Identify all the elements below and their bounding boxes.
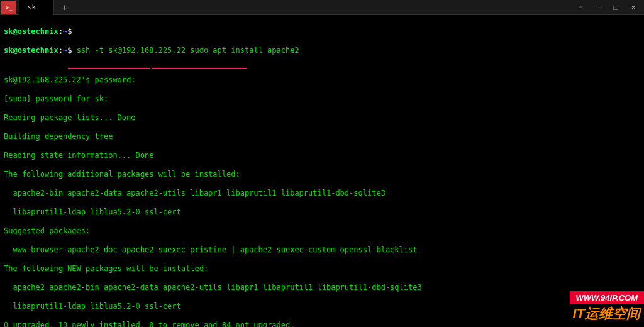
output-line: The following additional packages will b… xyxy=(4,170,640,179)
output-line: Reading package lists... Done xyxy=(4,113,640,123)
output-line: apache2-bin apache2-data apache2-utils l… xyxy=(4,189,640,198)
prompt-line-empty: sk@ostechnix:~$ xyxy=(4,27,640,36)
terminal-app-icon[interactable]: >_ xyxy=(1,1,16,14)
typed-command: ssh -t sk@192.168.225.22 sudo apt instal… xyxy=(77,46,299,55)
prompt-user: sk@ostechnix xyxy=(4,46,58,55)
close-button[interactable]: × xyxy=(629,3,638,12)
output-line: apache2 apache2-bin apache2-data apache2… xyxy=(4,283,640,292)
output-line: libaprutil1-ldap liblua5.2-0 ssl-cert xyxy=(4,302,640,311)
watermark-url: WWW.94IP.COM xyxy=(570,291,644,304)
output-line: www-browser apache2-doc apache2-suexec-p… xyxy=(4,245,640,255)
minimize-button[interactable]: — xyxy=(594,3,602,12)
prompt-dollar: $ xyxy=(67,46,76,55)
underline-highlight-2 xyxy=(152,68,247,69)
underline-annotation xyxy=(4,65,640,74)
output-line: 0 upgraded, 10 newly installed, 0 to rem… xyxy=(4,321,640,327)
maximize-button[interactable]: □ xyxy=(611,3,620,12)
add-tab-button[interactable]: + xyxy=(54,3,74,13)
terminal-output[interactable]: sk@ostechnix:~$ sk@ostechnix:~$ ssh -t s… xyxy=(0,15,644,327)
window-controls: ≡ — □ × xyxy=(576,3,644,12)
output-line: [sudo] password for sk: xyxy=(4,94,640,104)
tab-label: sk xyxy=(28,3,36,11)
prompt-sep: : xyxy=(58,46,63,55)
output-line: Reading state information... Done xyxy=(4,151,640,160)
output-line: Suggested packages: xyxy=(4,226,640,236)
titlebar: >_ sk + ≡ — □ × xyxy=(0,0,644,15)
prompt-sep: : xyxy=(58,27,63,36)
output-line: Building dependency tree xyxy=(4,132,640,141)
plus-icon: + xyxy=(62,3,67,13)
prompt-line-command: sk@ostechnix:~$ ssh -t sk@192.168.225.22… xyxy=(4,46,640,55)
hamburger-menu-icon[interactable]: ≡ xyxy=(576,3,585,12)
titlebar-left: >_ sk + xyxy=(0,0,75,15)
watermark: WWW.94IP.COM IT运维空间 xyxy=(570,291,644,323)
watermark-text: IT运维空间 xyxy=(570,304,644,323)
prompt-dollar: $ xyxy=(67,27,72,36)
prompt-user: sk@ostechnix xyxy=(4,27,58,36)
underline-highlight-1 xyxy=(68,68,150,69)
terminal-tab[interactable]: sk xyxy=(19,0,54,15)
output-line: sk@192.168.225.22's password: xyxy=(4,75,640,85)
svg-text:>_: >_ xyxy=(6,4,13,11)
output-line: libaprutil1-ldap liblua5.2-0 ssl-cert xyxy=(4,208,640,217)
output-line: The following NEW packages will be insta… xyxy=(4,264,640,274)
